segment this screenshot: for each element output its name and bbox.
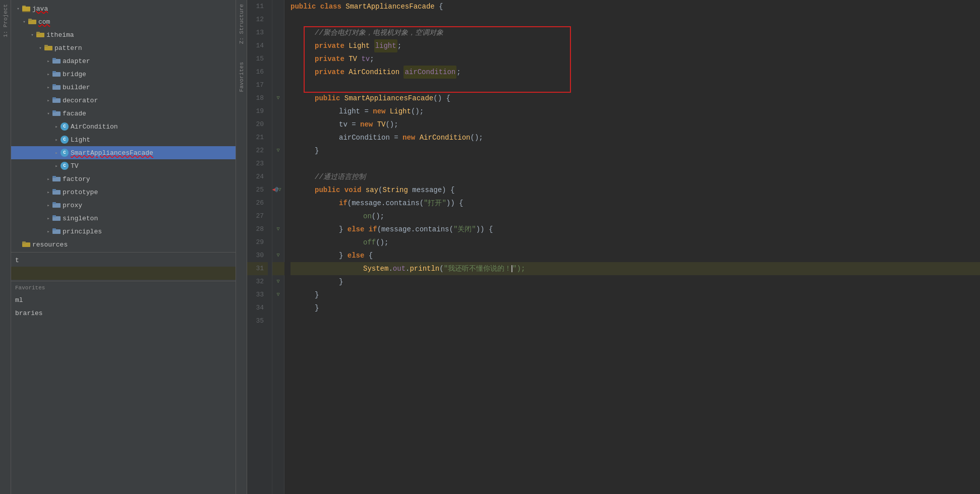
tree-item-java[interactable]: java [11,2,247,15]
line-num-20: 20 [247,118,268,131]
str-on-27: on [363,210,372,223]
kw-private-15: private [315,52,344,66]
line-num-24: 24 [247,170,268,183]
code-line-20[interactable]: tv = new TV (); [291,118,980,131]
gutter-33[interactable]: ▽ [272,288,284,301]
code-line-30[interactable]: } else { [291,249,980,262]
tree-item-resources[interactable]: resources [11,238,247,251]
project-tab[interactable]: 1: Project [2,0,10,41]
gutter-18[interactable]: ▽ [272,92,284,105]
gutter-32[interactable]: ▽ [272,275,284,288]
tree-item-aircondition[interactable]: C AirCondition [11,120,247,133]
space-21b [415,131,419,144]
code-line-16[interactable]: private AirCondition airCondition ; [291,66,980,79]
semi-14: ; [397,39,401,52]
code-line-19[interactable]: light = new Light (); [291,105,980,118]
gutter-30[interactable]: ▽ [272,249,284,262]
tree-item-light[interactable]: C Light [11,133,247,146]
brace-33: } [315,288,319,301]
paren-26: )) { [446,197,464,210]
tree-item-t[interactable]: t [11,254,247,267]
comment-24: //通过语言控制 [315,170,366,183]
code-line-35[interactable] [291,315,980,328]
tree-item-facade[interactable]: facade [11,107,247,120]
gutter-24 [272,170,284,183]
favorites-tab[interactable]: Favorites [238,58,246,96]
space-16a [344,66,349,79]
space-19b [385,105,389,118]
code-line-17[interactable] [291,79,980,92]
gutter-16 [272,66,284,79]
arrow-decorator [45,97,51,103]
tree-item-builder[interactable]: builder [11,81,247,94]
code-line-25[interactable]: public void say ( String message ) { [291,183,980,197]
item-label-factory: factory [63,175,90,183]
line-num-15: 15 [247,52,268,66]
gutter-22[interactable]: ▽ [272,144,284,157]
tree-item-prototype[interactable]: prototype [11,186,247,199]
str-off-29: off [363,236,376,249]
tree-item-tv[interactable]: C TV [11,159,247,172]
code-line-32[interactable]: } [291,275,980,288]
tree-item-decorator[interactable]: decorator [11,94,247,107]
gutter-11 [272,0,284,13]
code-line-33[interactable]: } [291,288,980,301]
item-label-facade: facade [63,110,86,117]
gutter-20 [272,118,284,131]
line-num-29: 29 [247,236,268,249]
kw-if-26: if [339,197,348,210]
tree-item-principles[interactable]: principles [11,225,247,238]
gutter-34 [272,301,284,315]
code-line-31[interactable]: System . out . println ( "我还听不懂你说的！ "); [291,262,980,275]
code-line-14[interactable]: private Light light ; [291,39,980,52]
line-num-14: 14 [247,39,268,52]
dot-31a: . [388,262,392,275]
item-label-decorator: decorator [63,97,98,104]
sidebar-separator-2 [11,281,247,281]
tree-item-itheima[interactable]: itheima [11,28,247,41]
folder-icon-resources [22,241,30,248]
item-label-adapter: adapter [63,57,90,65]
tree-item-singleton[interactable]: singleton [11,212,247,225]
var-aircond-21: airCondition [339,131,390,144]
code-line-15[interactable]: private TV tv ; [291,52,980,66]
code-line-13[interactable]: //聚合电灯对象，电视机对象，空调对象 [291,26,980,39]
tree-item-bridge[interactable]: bridge [11,68,247,81]
tree-item-factory[interactable]: factory [11,172,247,186]
space-18 [340,92,344,105]
code-line-27[interactable]: on (); [291,210,980,223]
code-content[interactable]: public class SmartAppliancesFacade { //聚… [284,0,980,494]
code-line-23[interactable] [291,157,980,170]
str-end-31: "); [512,262,525,275]
space-16b [399,66,403,79]
code-line-28[interactable]: } else if (message.contains( "关闭" )) { [291,223,980,236]
code-line-21[interactable]: airCondition = new AirCondition (); [291,131,980,144]
item-label-t: t [15,257,19,264]
tree-item-braries[interactable]: braries [11,306,247,320]
item-label-aircondition: AirCondition [71,123,118,131]
tree-item-pattern[interactable]: pattern [11,41,247,54]
code-line-34[interactable]: } [291,301,980,315]
code-editor[interactable]: 11 12 13 14 15 16 17 18 19 20 21 22 23 2… [247,0,980,494]
class-icon-aircondition: C [61,122,69,131]
code-line-11[interactable]: public class SmartAppliancesFacade { [291,0,980,13]
gutter-28[interactable]: ▽ [272,223,284,236]
gutter-15 [272,52,284,66]
line-num-22: 22 [247,144,268,157]
item-label-prototype: prototype [63,189,98,196]
code-line-24[interactable]: //通过语言控制 [291,170,980,183]
tree-item-proxy[interactable]: proxy [11,199,247,212]
tree-item-smartappliancesfacade[interactable]: C SmartAppliancesFacade [11,146,247,159]
code-line-18[interactable]: public SmartAppliancesFacade () { [291,92,980,105]
kw-private-14: private [315,39,344,52]
gutter-25[interactable]: ◀ @ ▽ [272,183,284,197]
code-line-26[interactable]: if (message.contains( "打开" )) { [291,197,980,210]
code-line-29[interactable]: off (); [291,236,980,249]
code-line-12[interactable] [291,13,980,26]
tree-item-adapter[interactable]: adapter [11,54,247,68]
tree-item-ml[interactable]: ml [11,293,247,306]
code-line-22[interactable]: } [291,144,980,157]
structure-tab[interactable]: Z: Structure [238,0,246,48]
arrow-factory [45,176,51,182]
tree-item-com[interactable]: com [11,15,247,28]
